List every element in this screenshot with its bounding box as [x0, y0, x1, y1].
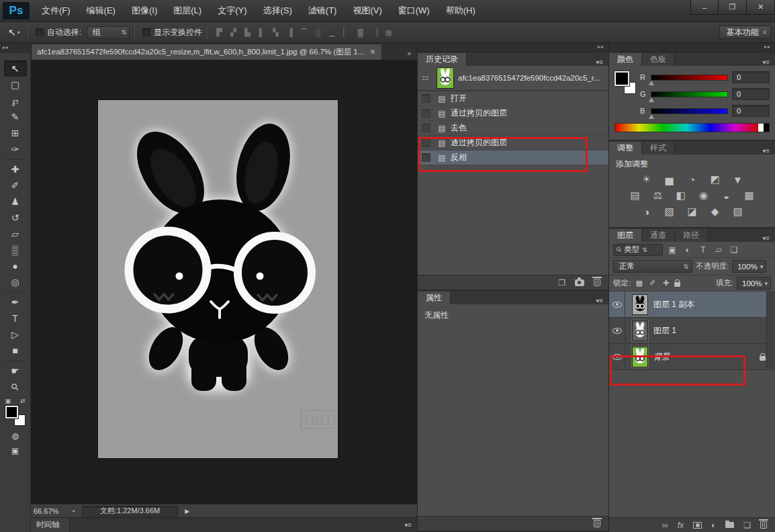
- align-icon[interactable]: ▙: [240, 26, 255, 39]
- tool-button[interactable]: ▷: [4, 326, 27, 343]
- adjustment-icon[interactable]: ☀: [639, 173, 655, 185]
- tab-layers[interactable]: 图层: [609, 229, 642, 242]
- layer-filter-icon[interactable]: ▣: [666, 245, 678, 255]
- layer-filter-icon[interactable]: T: [697, 245, 709, 255]
- align-icon[interactable]: ▞: [226, 26, 240, 39]
- history-state-row[interactable]: ▤ 去色: [418, 121, 608, 136]
- foreground-color-swatch[interactable]: [614, 71, 629, 86]
- timeline-menu-icon[interactable]: ▾≡: [404, 521, 417, 529]
- layer-filter-type-dropdown[interactable]: ⚲ 类型 ⇅: [613, 244, 663, 256]
- properties-panel-menu-icon[interactable]: ▾≡: [596, 297, 608, 304]
- history-source-icon[interactable]: ⚏: [422, 73, 432, 83]
- auto-select-dropdown[interactable]: 组 ⇅: [87, 26, 130, 39]
- history-state-row[interactable]: ▤ 通过拷贝的图层: [418, 106, 608, 121]
- timeline-tab[interactable]: 时间轴: [31, 518, 70, 532]
- menu-item[interactable]: 图像(I): [124, 0, 165, 22]
- lock-all-icon[interactable]: [674, 282, 680, 287]
- window-control-button[interactable]: ❐: [719, 0, 747, 15]
- menu-item[interactable]: 帮助(H): [438, 0, 484, 22]
- tool-button[interactable]: ▒: [4, 242, 27, 258]
- adjustment-icon[interactable]: ◑: [639, 206, 655, 218]
- collapse-panels-icon[interactable]: ▸▸: [418, 43, 608, 52]
- history-state-row[interactable]: ▤ 反相: [418, 150, 608, 165]
- blend-mode-dropdown[interactable]: 正常 ⇅: [613, 260, 692, 273]
- eye-icon[interactable]: [612, 302, 622, 308]
- history-source-checkbox[interactable]: [422, 94, 430, 103]
- layer-visibility-cell[interactable]: [609, 292, 625, 317]
- default-colors-icon[interactable]: ▣: [5, 398, 11, 404]
- tool-button[interactable]: ✐: [4, 177, 27, 193]
- tool-button[interactable]: ✑: [4, 141, 27, 157]
- tab-history[interactable]: 历史记录: [418, 53, 467, 66]
- channel-slider[interactable]: [651, 91, 728, 97]
- link-layers-icon[interactable]: ∞: [662, 521, 668, 530]
- layer-style-icon[interactable]: fx: [678, 521, 684, 530]
- opacity-field[interactable]: 100% ▾: [732, 260, 766, 273]
- layer-row[interactable]: 图层 1 副本: [609, 292, 775, 318]
- layers-panel-menu-icon[interactable]: ▾≡: [762, 234, 775, 242]
- tab-paths[interactable]: 路径: [675, 229, 708, 242]
- new-adjustment-layer-icon[interactable]: ◐: [711, 521, 716, 530]
- tab-overflow-icon[interactable]: »: [407, 50, 417, 60]
- swap-colors-icon[interactable]: ⇄: [20, 398, 26, 404]
- history-snapshot-row[interactable]: ⚏ afc1ea8376515472fe590fccd42a20c5_r...: [418, 66, 608, 91]
- align-icon[interactable]: ▌: [255, 26, 269, 39]
- delete-layer-icon[interactable]: [760, 521, 767, 529]
- layer-visibility-cell[interactable]: [609, 344, 625, 369]
- tool-button[interactable]: ℘: [4, 93, 27, 109]
- adjustment-icon[interactable]: ▨: [730, 206, 746, 218]
- tab-color[interactable]: 颜色: [609, 53, 642, 66]
- layer-filter-icon[interactable]: ❏: [728, 245, 740, 255]
- adjustments-panel-menu-icon[interactable]: ▾≡: [762, 147, 775, 154]
- align-icon[interactable]: ▛: [212, 26, 226, 39]
- tool-button[interactable]: ◎: [4, 274, 27, 290]
- adjustment-icon[interactable]: ◧: [673, 189, 689, 202]
- layer-thumbnail[interactable]: [632, 320, 648, 341]
- layer-filter-icon[interactable]: ▱: [713, 245, 725, 255]
- tab-adjustments[interactable]: 调整: [609, 142, 642, 154]
- color-spectrum-ramp[interactable]: [614, 123, 770, 132]
- tool-button[interactable]: ■: [4, 343, 27, 359]
- adjustment-icon[interactable]: ▼: [730, 173, 746, 185]
- align-icon[interactable]: ▔: [297, 26, 311, 39]
- fill-field[interactable]: 100% ▾: [737, 277, 771, 290]
- history-panel-menu-icon[interactable]: ▾≡: [596, 58, 608, 66]
- new-group-icon[interactable]: [725, 522, 734, 528]
- tool-button[interactable]: ▢: [4, 77, 27, 93]
- zoom-level[interactable]: 66.67%: [31, 507, 64, 515]
- channel-slider[interactable]: [651, 75, 728, 81]
- toolbar-grip[interactable]: ∙∙∙∙∙∙∙: [8, 54, 22, 59]
- tab-close-icon[interactable]: ✕: [369, 48, 375, 56]
- channel-slider-thumb[interactable]: [649, 114, 654, 119]
- auto-select-checkbox[interactable]: [36, 28, 44, 36]
- tool-button[interactable]: ↖: [4, 60, 27, 77]
- adjustment-icon[interactable]: ⚖: [650, 189, 666, 202]
- adjustment-icon[interactable]: ◉: [696, 189, 712, 202]
- menu-item[interactable]: 编辑(E): [79, 0, 124, 22]
- align-icon[interactable]: ▚: [269, 26, 283, 39]
- window-control-button[interactable]: –: [690, 0, 719, 15]
- layer-row[interactable]: 背景: [609, 344, 775, 370]
- channel-slider[interactable]: [651, 108, 728, 114]
- show-transform-checkbox[interactable]: [142, 28, 150, 36]
- add-mask-icon[interactable]: [693, 522, 702, 529]
- toolbar-collapse-button[interactable]: ▸▸: [0, 43, 30, 53]
- layer-visibility-cell[interactable]: [609, 318, 625, 343]
- foreground-color-swatch[interactable]: [5, 406, 18, 418]
- spectrum-white-swatch[interactable]: [758, 124, 764, 132]
- delete-state-icon[interactable]: [594, 279, 600, 286]
- status-popup-arrow-icon[interactable]: ▶: [178, 508, 196, 515]
- align-icon[interactable]: ▒: [311, 26, 325, 39]
- menu-item[interactable]: 窗口(W): [390, 0, 438, 22]
- delete-icon[interactable]: [594, 520, 600, 527]
- adjustment-icon[interactable]: ◆: [707, 206, 723, 218]
- new-document-from-state-icon[interactable]: ❐: [558, 278, 565, 287]
- tool-button[interactable]: ✒: [4, 292, 27, 310]
- menu-item[interactable]: 选择(S): [255, 0, 300, 22]
- tab-swatches[interactable]: 色板: [642, 53, 675, 66]
- adjustment-icon[interactable]: ◪: [684, 206, 700, 218]
- color-panel-menu-icon[interactable]: ▾≡: [762, 58, 775, 66]
- adjustment-icon[interactable]: ▤: [627, 189, 643, 202]
- history-source-checkbox[interactable]: [422, 109, 430, 118]
- layer-row[interactable]: 图层 1: [609, 318, 775, 344]
